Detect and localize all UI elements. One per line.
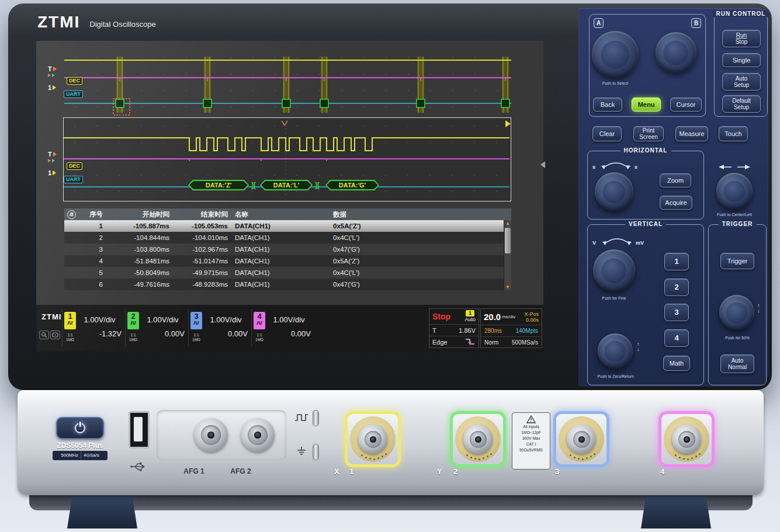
channel3-status[interactable]: 3 1:11MΩ 1.00V/div 0.00V <box>188 310 251 347</box>
vertical-zero-note: Push to Zero/Return <box>589 374 643 378</box>
channel2-input[interactable] <box>450 411 506 467</box>
channel3-bnc[interactable] <box>567 425 596 454</box>
table-scrollbar[interactable]: ▲ ▼ <box>504 220 511 290</box>
auto-setup-button[interactable]: AutoSetup <box>722 73 761 91</box>
table-row[interactable]: 6-49.7616ms-48.9283msDATA(CH1)0x47('G') <box>64 279 511 290</box>
afg1-connector[interactable] <box>194 418 228 452</box>
single-button[interactable]: Single <box>722 53 761 67</box>
vertical-position-knob[interactable] <box>598 333 633 368</box>
print-screen-button[interactable]: PrintScreen <box>633 126 664 141</box>
trigger-section: TRIGGER Trigger ↑↓ Push for 50% AutoNorm… <box>708 224 767 385</box>
table-row[interactable]: 5-50.8049ms-49.9715msDATA(CH1)0x4C('L') <box>64 267 511 279</box>
device-body: ZTMI Digital Oscilloscope <box>8 4 772 390</box>
usb-port[interactable] <box>129 411 150 448</box>
multipurpose-knob-b[interactable] <box>656 32 696 73</box>
horizontal-scale-knob[interactable] <box>595 172 633 211</box>
channel-4-button[interactable]: 4 <box>664 329 689 347</box>
overview-markers: T DEC 1 UART <box>48 65 100 103</box>
rotate-arc-icon <box>601 237 633 246</box>
power-button[interactable] <box>56 417 104 439</box>
atten: 1:1 <box>193 333 199 337</box>
scroll-down-icon[interactable]: ▼ <box>504 284 511 290</box>
run-stop-button[interactable]: RunStop <box>722 30 761 47</box>
measure-button[interactable]: Measure <box>675 126 708 141</box>
channel4-bnc[interactable] <box>672 425 701 454</box>
channel1-input[interactable] <box>345 411 401 467</box>
spec-badge: 500MHz 4GSa/s <box>53 451 108 460</box>
cursor-button[interactable]: Cursor <box>670 98 702 112</box>
touch-gesture-icon[interactable] <box>50 331 60 339</box>
waveform-overview <box>64 50 511 117</box>
channel1-arrow-icon <box>53 171 56 175</box>
edge-slope-icon <box>465 338 476 346</box>
table-row[interactable]: 4-51.8481ms-51.0147msDATA(CH1)0x5A('Z') <box>64 255 511 267</box>
uart-bus-tag[interactable]: UART <box>64 176 83 183</box>
scroll-thumb[interactable] <box>505 228 511 253</box>
channel4-status[interactable]: 4 1:11MΩ 1.00V/div 0.00V <box>251 310 314 347</box>
trigger-level-knob[interactable] <box>719 295 754 330</box>
y-axis-label: Y <box>437 467 442 476</box>
trigger-position-icon[interactable] <box>281 118 288 128</box>
oscilloscope: ZTMI Digital Oscilloscope <box>0 0 780 532</box>
col-header-start: 开始时间 <box>108 210 173 219</box>
table-row[interactable]: 1-105.887ms-105.053msDATA(CH1)0x5A('Z') <box>64 220 511 232</box>
overview-traces <box>64 50 511 117</box>
zoom-button[interactable]: Zoom <box>660 173 691 187</box>
channel4-input[interactable] <box>658 411 715 467</box>
default-setup-button[interactable]: DefaultSetup <box>722 95 761 113</box>
channel2-status[interactable]: 2 1:11MΩ 1.00V/div 0.00V <box>125 310 188 347</box>
packet-separator: ][ <box>251 180 256 190</box>
clear-button[interactable]: Clear <box>592 126 622 141</box>
channel2-label: 2 <box>453 467 457 476</box>
channel1-status[interactable]: 1 1:11MΩ 1.00V/div -1.32V <box>62 310 125 347</box>
scroll-up-icon[interactable]: ▲ <box>504 220 511 227</box>
horizontal-title: HORIZONTAL <box>620 147 671 154</box>
auto-normal-button[interactable]: AutoNormal <box>720 354 754 373</box>
channel1-bnc[interactable] <box>358 425 387 454</box>
status-bar: ZTMI 1 1:11MΩ 1.00V/div -1.32V 2 1:11MΩ … <box>36 305 543 352</box>
timebase-status-panel[interactable]: 20.0 ms/div X-Pos 0.00s 280ms 140Mpts No… <box>480 308 542 348</box>
math-button[interactable]: Math <box>663 356 690 371</box>
uart-bus-tag[interactable]: UART <box>64 91 83 98</box>
offset: -1.32V <box>78 329 122 338</box>
probe-comp-signal-pin[interactable] <box>313 410 319 426</box>
probe-comp-ground-pin[interactable] <box>313 444 319 460</box>
channel1-marker: 1 <box>48 169 51 176</box>
control-panel: A B Push to Select Back Menu Cursor RUN … <box>578 8 768 387</box>
atten: 1:1 <box>67 333 72 337</box>
screen[interactable]: T DEC 1 UART DATA:'Z' ][ DATA: <box>36 41 543 352</box>
trigger-marker: T <box>48 65 52 72</box>
bus-icon[interactable]: B <box>67 210 76 219</box>
trigger-marker: T <box>48 151 52 158</box>
dec-bus-tag[interactable]: DEC <box>67 77 82 85</box>
acquire-mode: Norm <box>484 339 498 346</box>
afg2-connector[interactable] <box>241 418 275 452</box>
table-row[interactable]: 3-103.800ms-102.967msDATA(CH1)0x47('G') <box>64 244 511 255</box>
channel-3-button[interactable]: 3 <box>664 304 689 321</box>
menu-button[interactable]: Menu <box>632 98 661 112</box>
channel3-input[interactable] <box>553 411 609 467</box>
table-row[interactable]: 2-104.844ms-104.010msDATA(CH1)0x4C('L') <box>64 232 511 244</box>
channel2-bnc[interactable] <box>463 425 493 454</box>
channel3-label: 3 <box>555 467 559 476</box>
decoded-packet: DATA:'G' <box>325 180 379 190</box>
trigger-button[interactable]: Trigger <box>720 253 754 269</box>
channel1-arrow-icon <box>53 85 56 90</box>
acquire-button[interactable]: Acquire <box>660 196 692 210</box>
back-button[interactable]: Back <box>593 98 622 112</box>
trigger-50-note: Push for 50% <box>711 336 764 340</box>
horizontal-position-knob[interactable] <box>716 173 753 209</box>
touch-button[interactable]: Touch <box>719 126 748 141</box>
channel-2-button[interactable]: 2 <box>664 279 689 296</box>
scale-s-left: s <box>592 164 595 170</box>
channel1-badge: 1 <box>64 312 76 329</box>
channel4-label: 4 <box>660 467 664 476</box>
vertical-scale-knob[interactable] <box>593 249 635 291</box>
afg1-label: AFG 1 <box>176 467 212 475</box>
zoom-lock-icon[interactable] <box>39 331 49 339</box>
channel-1-button[interactable]: 1 <box>664 253 689 270</box>
panel-collapse-icon[interactable] <box>540 161 545 168</box>
multipurpose-knob-a[interactable] <box>592 31 639 78</box>
trigger-status-panel[interactable]: Stop 1 Auto T 1.86V Edge <box>429 308 479 348</box>
dec-bus-tag[interactable]: DEC <box>67 162 82 170</box>
